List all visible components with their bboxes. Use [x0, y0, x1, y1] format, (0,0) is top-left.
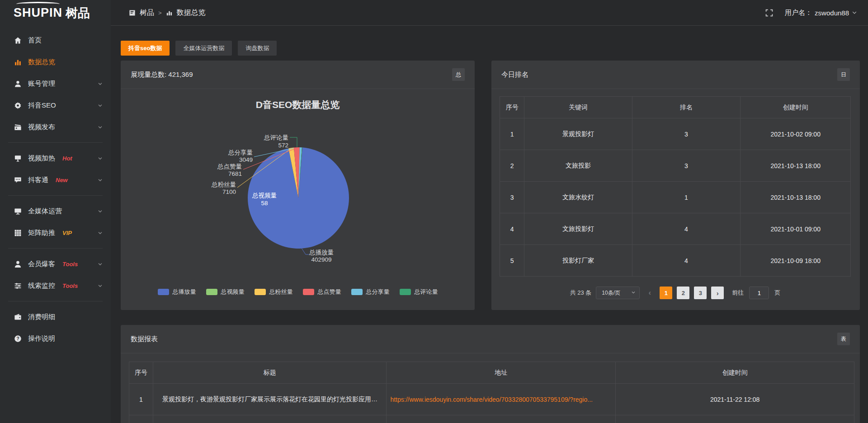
- sidebar-item-11[interactable]: 线索监控Tools: [0, 275, 111, 296]
- table-row[interactable]: 1景观投影灯32021-10-02 09:00: [500, 118, 851, 150]
- app-logo[interactable]: SHUPIN 树品: [0, 0, 111, 26]
- report-header-row: 序号标题地址创建时间: [129, 362, 854, 384]
- logo-arc-decoration: [16, 2, 60, 6]
- fullscreen-icon[interactable]: [765, 9, 773, 17]
- table-row[interactable]: 3文旅水纹灯12021-10-13 18:00: [500, 182, 851, 213]
- sidebar-item-label: 会员爆客: [28, 260, 55, 268]
- sidebar-item-3[interactable]: 账号管理: [0, 73, 111, 94]
- pie-label-总播放量-name: 总播放量: [309, 249, 334, 256]
- ranking-cell: 4: [500, 213, 524, 245]
- table-row[interactable]: 4文旅投影灯42021-10-01 09:00: [500, 213, 851, 245]
- video-icon: [14, 123, 22, 131]
- table-row[interactable]: 2文旅投影32021-10-13 18:00: [500, 150, 851, 182]
- sidebar-item-10[interactable]: 会员爆客Tools: [0, 253, 111, 275]
- topbar-right: 用户名：zswodun88: [765, 9, 857, 17]
- sidebar-item-6[interactable]: 视频加热Hot: [0, 147, 111, 169]
- page-size-select[interactable]: 10条/页: [596, 287, 640, 299]
- pagination-total: 共 23 条: [570, 289, 592, 297]
- legend-item-总粉丝量[interactable]: 总粉丝量: [255, 288, 293, 296]
- ranking-cell: 1: [500, 118, 524, 150]
- report-panel: 数据报表 表 序号标题地址创建时间1景观投影灯，夜游景观投影灯厂家展示展示落花灯…: [121, 325, 860, 423]
- page-button-2[interactable]: 2: [677, 287, 689, 299]
- report-col-header: 标题: [153, 362, 386, 384]
- table-row[interactable]: 5投影灯厂家42021-10-09 18:00: [500, 245, 851, 277]
- sidebar-item-2[interactable]: 数据总览: [0, 51, 111, 73]
- sidebar-item-label: 全媒体运营: [28, 207, 62, 216]
- sidebar-item-1[interactable]: 首页: [0, 29, 111, 51]
- sidebar-item-12[interactable]: 消费明细: [0, 306, 111, 328]
- page-button-1[interactable]: 1: [660, 287, 672, 299]
- page-button-3[interactable]: 3: [694, 287, 707, 299]
- chevron-down-icon: [98, 81, 103, 86]
- overview-total-button[interactable]: 总: [452, 68, 465, 81]
- breadcrumb-current: 数据总览: [177, 8, 206, 18]
- report-col-header: 序号: [129, 362, 153, 384]
- ranking-col-header: 排名: [632, 97, 741, 118]
- sidebar-item-5[interactable]: 视频发布: [0, 116, 111, 138]
- ranking-panel: 今日排名 日 序号关键词排名创建时间1景观投影灯32021-10-02 09:0…: [491, 61, 860, 310]
- legend-item-总视频量[interactable]: 总视频量: [206, 288, 245, 296]
- ranking-cell: 文旅投影灯: [524, 213, 632, 245]
- sidebar-item-9[interactable]: 矩阵助推VIP: [0, 222, 111, 244]
- ranking-table-head: 序号关键词排名创建时间: [500, 97, 851, 118]
- goto-label: 前往: [732, 289, 744, 297]
- wallet-icon: [14, 313, 22, 321]
- goto-unit: 页: [774, 289, 780, 297]
- sidebar-item-label: 首页: [28, 36, 42, 45]
- legend-item-总分享量[interactable]: 总分享量: [351, 288, 390, 296]
- svg-text:?: ?: [16, 336, 19, 341]
- sidebar-item-13[interactable]: ?操作说明: [0, 328, 111, 349]
- ranking-table-area: 序号关键词排名创建时间1景观投影灯32021-10-02 09:002文旅投影3…: [491, 89, 860, 299]
- legend-label: 总播放量: [173, 288, 196, 296]
- user-icon: [14, 80, 22, 88]
- prev-page-button[interactable]: ‹: [644, 287, 655, 299]
- report-table-body: 1景观投影灯，夜游景观投影灯厂家展示展示落花灯在花园里的灯光投影应用效果 #ht…: [129, 384, 854, 423]
- sidebar-item-label: 线索监控: [28, 282, 55, 290]
- legend-swatch: [255, 289, 266, 295]
- sidebar-item-badge: Hot: [62, 155, 72, 162]
- sidebar-item-4[interactable]: 抖音SEO: [0, 94, 111, 116]
- report-cell-url[interactable]: https://www.iesdouyin.com/share/video/70…: [387, 384, 616, 415]
- ranking-cell: 4: [632, 213, 741, 245]
- legend-item-总评论量[interactable]: 总评论量: [400, 288, 438, 296]
- pagination: 共 23 条10条/页‹123›前往页: [500, 287, 851, 299]
- breadcrumb-root[interactable]: 树品: [140, 8, 154, 18]
- report-col-header: 创建时间: [616, 362, 854, 384]
- sidebar: SHUPIN 树品 首页数据总览账号管理抖音SEO视频发布视频加热Hot抖客通N…: [0, 0, 111, 423]
- ranking-panel-title: 今日排名: [501, 70, 528, 79]
- breadcrumb-chart-icon: [166, 9, 173, 16]
- pie-label-line-总评论量: [290, 137, 297, 147]
- tab-2[interactable]: 全媒体运营数据: [175, 41, 232, 56]
- report-panel-title: 数据报表: [131, 335, 158, 343]
- topbar: 树品 > 数据总览 用户名：zswodun88: [111, 0, 868, 26]
- report-cell-title: 景观投影灯，夜游景观投影灯厂家展示展示落花灯在花园里的灯光投影应用效果 #: [153, 384, 386, 415]
- next-page-button[interactable]: ›: [711, 287, 724, 299]
- logo-text-en: SHUPIN: [14, 6, 62, 20]
- table-row[interactable]: 1景观投影灯，夜游景观投影灯厂家展示展示落花灯在花园里的灯光投影应用效果 #ht…: [129, 384, 854, 415]
- ranking-day-button[interactable]: 日: [837, 68, 850, 81]
- chart-legend: 总播放量总视频量总粉丝量总点赞量总分享量总评论量: [121, 288, 475, 296]
- report-panel-header: 数据报表 表: [121, 325, 860, 353]
- table-row[interactable]: [129, 415, 854, 423]
- overview-panel-title: 展现量总数: 421,369: [131, 70, 193, 79]
- report-cell-empty: [387, 415, 616, 423]
- legend-item-总播放量[interactable]: 总播放量: [158, 288, 196, 296]
- sidebar-item-7[interactable]: 抖客通New: [0, 169, 111, 191]
- sidebar-item-8[interactable]: 全媒体运营: [0, 200, 111, 222]
- report-table-button[interactable]: 表: [837, 333, 850, 345]
- legend-swatch: [351, 289, 363, 295]
- ranking-col-header: 关键词: [524, 97, 632, 118]
- tab-3[interactable]: 询盘数据: [238, 41, 277, 56]
- tab-1[interactable]: 抖音seo数据: [121, 41, 170, 56]
- ranking-col-header: 序号: [500, 97, 524, 118]
- username-value: zswodun88: [815, 9, 849, 17]
- user-menu[interactable]: 用户名：zswodun88: [785, 9, 857, 17]
- ranking-cell: 景观投影灯: [524, 118, 632, 150]
- ranking-cell: 4: [632, 245, 741, 277]
- pie-label-总粉丝量-value: 7100: [222, 188, 236, 195]
- pie-chart[interactable]: 总播放量402909总视频量58总粉丝量7100总点赞量7681总分享量3049…: [121, 89, 475, 288]
- help-icon: ?: [14, 334, 22, 343]
- goto-page-input[interactable]: [749, 287, 769, 299]
- legend-item-总点赞量[interactable]: 总点赞量: [303, 288, 341, 296]
- pie-chart-area: D音SEO数据量总览 总播放量402909总视频量58总粉丝量7100总点赞量7…: [121, 89, 475, 310]
